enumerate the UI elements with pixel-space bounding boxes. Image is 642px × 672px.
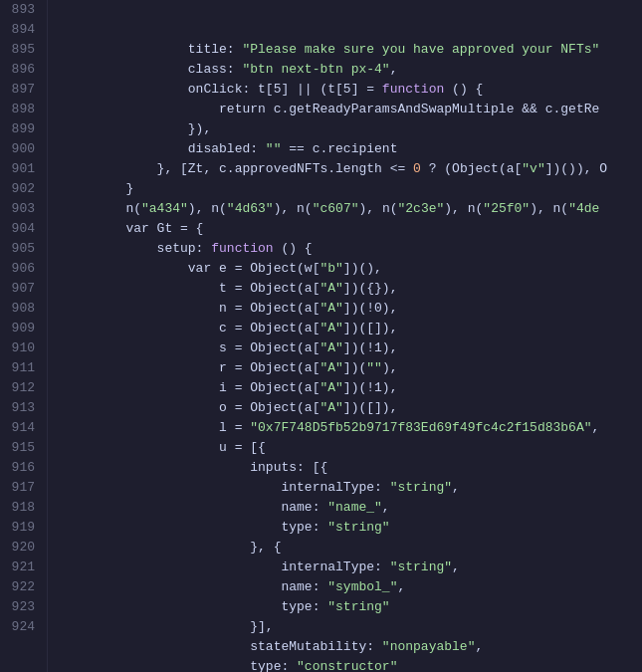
line-number: 905 bbox=[8, 239, 35, 259]
code-token: "4d63" bbox=[227, 201, 274, 216]
code-token: ])() bbox=[343, 261, 374, 276]
line-number: 897 bbox=[8, 80, 35, 100]
code-token: s = Object(a[ bbox=[64, 340, 320, 355]
code-content: title: "Please make sure you have approv… bbox=[48, 0, 642, 672]
code-token: , bbox=[452, 480, 460, 495]
code-token: stateMutability: bbox=[64, 639, 382, 654]
code-token: n( bbox=[64, 201, 141, 216]
line-number: 915 bbox=[8, 438, 35, 458]
code-line: n("a434"), n("4d63"), n("c607"), n("2c3e… bbox=[64, 199, 642, 219]
code-token: "A" bbox=[320, 301, 342, 316]
code-token: ])([]), bbox=[343, 400, 398, 415]
code-line: inputs: [{ bbox=[64, 458, 642, 478]
line-number: 895 bbox=[8, 40, 35, 60]
code-token: "4de bbox=[568, 201, 599, 216]
line-number: 923 bbox=[8, 597, 35, 617]
code-token: ])(!1), bbox=[343, 380, 398, 395]
code-token: "A" bbox=[320, 400, 342, 415]
code-token: ])(!0), bbox=[343, 301, 398, 316]
code-token: type: bbox=[64, 520, 327, 535]
code-token: ), n( bbox=[358, 201, 397, 216]
code-line: r = Object(a["A"])(""), bbox=[64, 358, 642, 378]
code-line: class: "btn next-btn px-4", bbox=[64, 60, 642, 80]
code-line: title: "Please make sure you have approv… bbox=[64, 40, 642, 60]
code-token: "A" bbox=[320, 321, 342, 336]
code-token: , bbox=[592, 420, 600, 435]
code-token: "2c3e" bbox=[398, 201, 445, 216]
code-token: n = Object(a[ bbox=[64, 301, 320, 316]
code-line: onClick: t[5] || (t[5] = function () { bbox=[64, 80, 642, 100]
code-token: "btn next-btn px-4" bbox=[242, 62, 389, 77]
line-number: 911 bbox=[8, 358, 35, 378]
line-number: 914 bbox=[8, 418, 35, 438]
code-token: ), n( bbox=[444, 201, 483, 216]
code-token: var Gt = { bbox=[64, 221, 203, 236]
code-token: ), n( bbox=[274, 201, 313, 216]
code-line: i = Object(a["A"])(!1), bbox=[64, 378, 642, 398]
code-token: "25f0" bbox=[483, 201, 530, 216]
line-number: 908 bbox=[8, 299, 35, 319]
line-number: 900 bbox=[8, 139, 35, 159]
code-token: "c607" bbox=[313, 201, 359, 216]
code-token: () { bbox=[274, 241, 313, 256]
code-token: internalType: bbox=[64, 480, 390, 495]
code-token: ), n( bbox=[530, 201, 568, 216]
code-token: ])([]), bbox=[343, 321, 398, 336]
line-number: 922 bbox=[8, 577, 35, 597]
code-token: "symbol_" bbox=[327, 579, 397, 594]
code-line: type: "string" bbox=[64, 518, 642, 538]
code-line: t = Object(a["A"])({}), bbox=[64, 279, 642, 299]
code-token: function bbox=[211, 241, 273, 256]
code-line: internalType: "string", bbox=[64, 558, 642, 577]
code-token: "A" bbox=[320, 340, 342, 355]
code-token: r = Object(a[ bbox=[64, 360, 320, 375]
code-line: }, { bbox=[64, 538, 642, 558]
code-token: )), O bbox=[568, 161, 607, 176]
code-token: "Please make sure you have approved your… bbox=[242, 42, 599, 57]
line-number: 906 bbox=[8, 259, 35, 279]
code-token: ])({}), bbox=[343, 281, 398, 296]
code-token: ), bbox=[382, 360, 398, 375]
code-token: "A" bbox=[320, 281, 342, 296]
line-numbers: 8938948958968978988999009019029039049059… bbox=[0, 0, 48, 672]
code-token: setup: bbox=[64, 241, 211, 256]
line-number: 924 bbox=[8, 617, 35, 637]
code-token: disabled: bbox=[64, 141, 266, 156]
code-token: "constructor" bbox=[297, 659, 397, 672]
code-token: "A" bbox=[320, 360, 342, 375]
code-line: o = Object(a["A"])([]), bbox=[64, 398, 642, 418]
line-number: 918 bbox=[8, 498, 35, 518]
code-token: , bbox=[452, 560, 460, 574]
line-number: 913 bbox=[8, 398, 35, 418]
code-line: s = Object(a["A"])(!1), bbox=[64, 338, 642, 358]
code-token: }, { bbox=[64, 540, 281, 555]
code-token: "string" bbox=[390, 560, 452, 574]
code-token: function bbox=[382, 82, 444, 97]
code-token: } bbox=[64, 181, 133, 196]
code-token: inputs: [{ bbox=[64, 460, 327, 475]
code-token: , bbox=[390, 62, 398, 77]
line-number: 896 bbox=[8, 60, 35, 80]
code-token: "A" bbox=[320, 380, 342, 395]
code-token: "" bbox=[266, 141, 282, 156]
code-token: internalType: bbox=[64, 560, 390, 574]
code-token: type: bbox=[64, 599, 327, 614]
code-line: }], bbox=[64, 617, 642, 637]
code-line: internalType: "string", bbox=[64, 478, 642, 498]
line-number: 920 bbox=[8, 538, 35, 558]
code-token: () { bbox=[444, 82, 483, 97]
line-number: 902 bbox=[8, 179, 35, 199]
code-token: "string" bbox=[327, 520, 389, 535]
line-number: 921 bbox=[8, 558, 35, 577]
code-token: title: bbox=[64, 42, 242, 57]
line-number: 903 bbox=[8, 199, 35, 219]
code-token: == c.recipient bbox=[281, 141, 397, 156]
line-number: 907 bbox=[8, 279, 35, 299]
code-line: }, [Zt, c.approvedNFTs.length <= 0 ? (Ob… bbox=[64, 159, 642, 179]
line-number: 894 bbox=[8, 20, 35, 40]
code-line: name: "name_", bbox=[64, 498, 642, 518]
code-line: var e = Object(w["b"])(), bbox=[64, 259, 642, 279]
code-token: "string" bbox=[390, 480, 452, 495]
code-token: ])(!1), bbox=[343, 340, 398, 355]
code-editor: 8938948958968978988999009019029039049059… bbox=[0, 0, 642, 672]
